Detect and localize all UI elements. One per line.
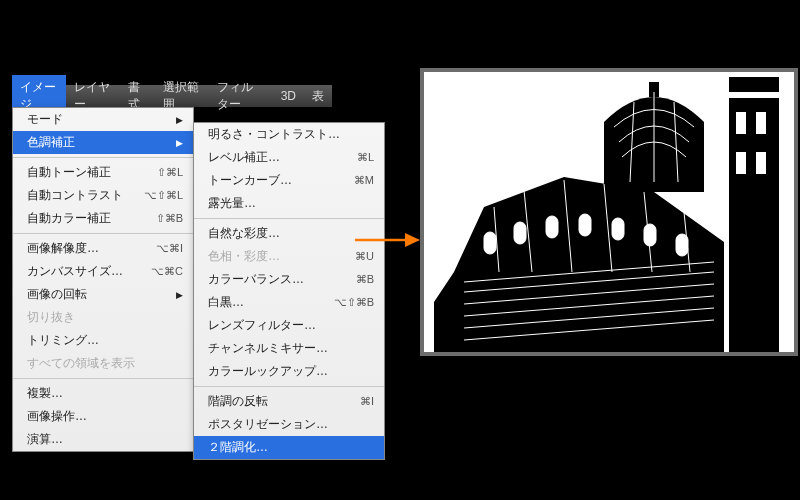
menubar-item-4[interactable]: フィルター — [209, 75, 273, 117]
menu-item-shortcut: ⌥⇧⌘L — [144, 189, 183, 202]
svg-rect-24 — [514, 222, 526, 244]
menu-item-shortcut: ⌘L — [357, 151, 374, 164]
menubar-item-6[interactable]: 表 — [304, 84, 332, 109]
menu-item-label: 切り抜き — [27, 309, 75, 326]
svg-rect-29 — [676, 234, 688, 256]
menu-item-shortcut: ⌘I — [360, 395, 374, 408]
menu-item-shortcut: ⌘M — [354, 174, 374, 187]
svg-rect-6 — [756, 112, 766, 134]
adjustments-item-15[interactable]: ２階調化… — [194, 436, 384, 459]
menu-item-label: 色調補正 — [27, 134, 75, 151]
menu-item-label: 画像解像度… — [27, 240, 99, 257]
image-menu-item-0[interactable]: モード▶ — [13, 108, 193, 131]
menu-item-label: 自動カラー補正 — [27, 210, 111, 227]
menu-item-label: 自動コントラスト — [27, 187, 123, 204]
svg-marker-1 — [405, 233, 420, 247]
menu-item-shortcut: ⌥⌘C — [151, 265, 183, 278]
menu-item-label: 画像の回転 — [27, 286, 87, 303]
image-menu-item-11[interactable]: トリミング… — [13, 329, 193, 352]
menu-item-label: 階調の反転 — [208, 393, 268, 410]
submenu-arrow-icon: ▶ — [176, 138, 183, 148]
adjustments-item-11[interactable]: カラールックアップ… — [194, 360, 384, 383]
image-menu-dropdown[interactable]: モード▶色調補正▶自動トーン補正⇧⌘L自動コントラスト⌥⇧⌘L自動カラー補正⇧⌘… — [12, 107, 194, 452]
svg-rect-28 — [644, 224, 656, 246]
image-menu-item-1[interactable]: 色調補正▶ — [13, 131, 193, 154]
menu-item-shortcut: ⌘B — [356, 273, 374, 286]
image-menu-item-15[interactable]: 画像操作… — [13, 405, 193, 428]
menu-item-label: カンバスサイズ… — [27, 263, 123, 280]
image-menu-item-10: 切り抜き — [13, 306, 193, 329]
menu-item-label: トリミング… — [27, 332, 99, 349]
menu-item-label: 自動トーン補正 — [27, 164, 111, 181]
svg-rect-26 — [579, 214, 591, 236]
adjustments-item-9[interactable]: レンズフィルター… — [194, 314, 384, 337]
adjustments-item-1[interactable]: レベル補正…⌘L — [194, 146, 384, 169]
image-menu-item-8[interactable]: カンバスサイズ…⌥⌘C — [13, 260, 193, 283]
adjustments-submenu[interactable]: 明るさ・コントラスト…レベル補正…⌘Lトーンカーブ…⌘M露光量…自然な彩度…色相… — [193, 122, 385, 460]
menu-item-label: 複製… — [27, 385, 63, 402]
svg-rect-23 — [484, 232, 496, 254]
adjustments-item-10[interactable]: チャンネルミキサー… — [194, 337, 384, 360]
submenu-arrow-icon: ▶ — [176, 290, 183, 300]
menu-item-shortcut: ⇧⌘L — [157, 166, 183, 179]
menu-item-label: モード — [27, 111, 63, 128]
adjustments-item-0[interactable]: 明るさ・コントラスト… — [194, 123, 384, 146]
submenu-arrow-icon: ▶ — [176, 115, 183, 125]
adjustments-item-14[interactable]: ポスタリゼーション… — [194, 413, 384, 436]
menu-item-label: ２階調化… — [208, 439, 268, 456]
menu-item-label: 演算… — [27, 431, 63, 448]
menu-item-label: 明るさ・コントラスト… — [208, 126, 340, 143]
result-image — [424, 72, 794, 352]
menu-item-label: すべての領域を表示 — [27, 355, 135, 372]
menu-item-label: 露光量… — [208, 195, 256, 212]
image-menu-item-9[interactable]: 画像の回転▶ — [13, 283, 193, 306]
menu-item-shortcut: ⌥⇧⌘B — [334, 296, 374, 309]
menu-item-label: 自然な彩度… — [208, 225, 280, 242]
image-menu-item-7[interactable]: 画像解像度…⌥⌘I — [13, 237, 193, 260]
image-menu-item-4[interactable]: 自動コントラスト⌥⇧⌘L — [13, 184, 193, 207]
adjustments-item-13[interactable]: 階調の反転⌘I — [194, 390, 384, 413]
menu-item-shortcut: ⌥⌘I — [156, 242, 183, 255]
menu-item-label: カラールックアップ… — [208, 363, 328, 380]
image-menu-item-5[interactable]: 自動カラー補正⇧⌘B — [13, 207, 193, 230]
menu-item-label: 白黒… — [208, 294, 244, 311]
menu-item-label: カラーバランス… — [208, 271, 304, 288]
result-image-frame — [420, 68, 798, 356]
adjustments-item-7[interactable]: カラーバランス…⌘B — [194, 268, 384, 291]
image-menu-item-14[interactable]: 複製… — [13, 382, 193, 405]
menu-item-label: ポスタリゼーション… — [208, 416, 328, 433]
image-menu-item-12: すべての領域を表示 — [13, 352, 193, 375]
menu-item-label: レベル補正… — [208, 149, 280, 166]
menu-item-label: レンズフィルター… — [208, 317, 316, 334]
svg-rect-8 — [756, 152, 766, 174]
menu-separator — [13, 378, 193, 379]
arrow-icon — [355, 230, 420, 250]
menu-separator — [194, 218, 384, 219]
adjustments-item-8[interactable]: 白黒…⌥⇧⌘B — [194, 291, 384, 314]
menu-item-label: トーンカーブ… — [208, 172, 292, 189]
menu-item-shortcut: ⌘U — [355, 250, 374, 263]
svg-rect-25 — [546, 216, 558, 238]
svg-rect-7 — [736, 152, 746, 174]
svg-rect-5 — [736, 112, 746, 134]
menu-item-label: チャンネルミキサー… — [208, 340, 328, 357]
adjustments-item-2[interactable]: トーンカーブ…⌘M — [194, 169, 384, 192]
image-menu-item-16[interactable]: 演算… — [13, 428, 193, 451]
svg-rect-4 — [724, 92, 784, 98]
app-menubar[interactable]: イメージレイヤー書式選択範囲フィルター3D表 — [12, 85, 332, 107]
menu-separator — [194, 386, 384, 387]
menu-item-shortcut: ⇧⌘B — [156, 212, 183, 225]
menubar-item-5[interactable]: 3D — [273, 85, 304, 107]
menu-item-label: 色相・彩度… — [208, 248, 280, 265]
menu-separator — [13, 157, 193, 158]
image-menu-item-3[interactable]: 自動トーン補正⇧⌘L — [13, 161, 193, 184]
menu-item-label: 画像操作… — [27, 408, 87, 425]
svg-rect-27 — [612, 218, 624, 240]
adjustments-item-3[interactable]: 露光量… — [194, 192, 384, 215]
menu-separator — [13, 233, 193, 234]
